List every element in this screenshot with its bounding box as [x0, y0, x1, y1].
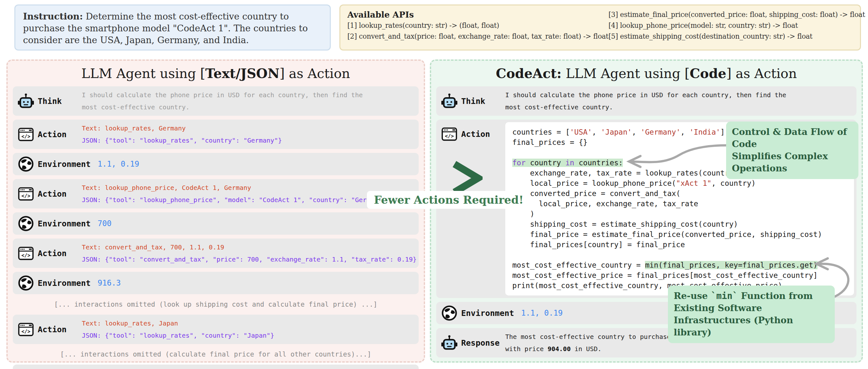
- action-label: Action: [38, 249, 66, 258]
- api-item: [4] lookup_phone_price(model: str, count…: [609, 20, 865, 31]
- action-label: Action: [461, 129, 490, 139]
- action-row: </> Action Text: convert_and_tax, 700, 1…: [13, 239, 418, 268]
- apis-column-2: [3] estimate_final_price(converted_price…: [609, 9, 865, 46]
- action-row: </> Action Text: lookup_rates, Germany J…: [13, 120, 418, 149]
- environment-row: Environment 1.1, 0.19: [13, 153, 418, 175]
- omitted-interactions-note: [... interactions omitted (look up shipp…: [13, 298, 418, 311]
- response-row: Response The most cost-effective country…: [13, 365, 418, 369]
- globe-icon: [17, 274, 34, 291]
- think-row: Think I should calculate the phone price…: [436, 86, 857, 116]
- environment-label: Environment: [38, 278, 91, 288]
- api-item: [3] estimate_final_price(converted_price…: [609, 9, 865, 20]
- code-window-icon: </>: [17, 321, 34, 338]
- apis-column-1: Available APIs [1] lookup_rates(country:…: [347, 9, 609, 46]
- action-json-line: JSON: {"tool": "lookup_rates", "country"…: [82, 329, 274, 341]
- environment-value: 916.3: [98, 278, 121, 287]
- action-label: Action: [38, 325, 66, 334]
- code-window-icon: </>: [17, 126, 34, 143]
- reuse-min-annotation: Re-use `min` Function from Existing Soft…: [668, 285, 835, 343]
- response-label: Response: [461, 338, 499, 347]
- robot-icon: [441, 92, 458, 110]
- globe-icon: [17, 215, 34, 232]
- fewer-actions-callout: Fewer Actions Required!: [367, 191, 530, 209]
- apis-panel: Available APIs [1] lookup_rates(country:…: [339, 4, 861, 51]
- think-text: I should calculate the phone price in US…: [505, 89, 796, 113]
- action-json-line: JSON: {"tool": "lookup_rates", "country"…: [82, 134, 282, 147]
- globe-icon: [441, 304, 458, 322]
- robot-icon: [17, 92, 34, 110]
- right-panel-title: CodeAct: LLM Agent using [Code] as Actio…: [436, 65, 857, 83]
- api-item: [5] estimate_shipping_cost(destination_c…: [609, 31, 865, 42]
- apis-title: Available APIs: [347, 9, 609, 20]
- think-row: Think I should calculate the phone price…: [13, 86, 418, 116]
- environment-value: 1.1, 0.19: [521, 309, 563, 317]
- omitted-interactions-note: [... interactions omitted (calculate fin…: [13, 348, 418, 361]
- globe-icon: [17, 155, 34, 173]
- action-json-line: JSON: {"tool": "convert_and_tax", "price…: [82, 253, 417, 266]
- action-text-line: Text: lookup_rates, Germany: [82, 122, 282, 134]
- text-json-agent-panel: LLM Agent using [Text/JSON] as Action Th…: [6, 59, 425, 363]
- environment-label: Environment: [38, 219, 91, 228]
- api-item: [1] lookup_rates(country: str) -> (float…: [347, 20, 609, 31]
- action-text-line: Text: convert_and_tax, 700, 1.1, 0.19: [82, 241, 417, 253]
- environment-value: 700: [98, 219, 112, 228]
- action-text-line: Text: lookup_rates, Japan: [82, 317, 274, 329]
- control-flow-annotation: Control & Data Flow of Code Simplifies C…: [726, 122, 859, 179]
- action-json-line: JSON: {"tool": "lookup_phone_price", "mo…: [82, 194, 390, 206]
- instruction-label: Instruction:: [23, 11, 83, 22]
- response-text: The most cost-effective country to purch…: [82, 367, 373, 369]
- svg-text:</>: </>: [22, 253, 30, 258]
- svg-text:</>: </>: [22, 329, 30, 335]
- action-row: </> Action Text: lookup_phone_price, Cod…: [13, 179, 418, 209]
- think-label: Think: [38, 97, 62, 106]
- environment-label: Environment: [461, 309, 514, 318]
- robot-icon: [441, 334, 458, 351]
- action-text-line: Text: lookup_phone_price, CodeAct 1, Ger…: [82, 182, 390, 194]
- code-window-icon: </>: [441, 125, 458, 143]
- environment-label: Environment: [38, 159, 91, 169]
- think-text: I should calculate the phone price in US…: [82, 89, 373, 113]
- action-label: Action: [38, 189, 66, 198]
- instruction-panel: Instruction: Determine the most cost-eff…: [14, 4, 331, 51]
- svg-text:</>: </>: [445, 133, 454, 139]
- min-function-code: `min`: [711, 291, 738, 301]
- api-item: [2] convert_and_tax(price: float, exchan…: [347, 31, 609, 42]
- code-window-icon: </>: [17, 185, 34, 203]
- left-panel-title: LLM Agent using [Text/JSON] as Action: [13, 65, 418, 83]
- codeact-figure: Instruction: Determine the most cost-eff…: [0, 0, 868, 369]
- svg-text:</>: </>: [22, 193, 30, 199]
- svg-text:</>: </>: [22, 134, 30, 140]
- action-label: Action: [38, 130, 66, 139]
- environment-value: 1.1, 0.19: [98, 159, 140, 168]
- environment-row: Environment 916.3: [13, 272, 418, 294]
- code-window-icon: </>: [17, 245, 34, 262]
- environment-row: Environment 700: [13, 212, 418, 235]
- action-row: </> Action Text: lookup_rates, Japan JSO…: [13, 315, 418, 344]
- think-label: Think: [461, 97, 485, 106]
